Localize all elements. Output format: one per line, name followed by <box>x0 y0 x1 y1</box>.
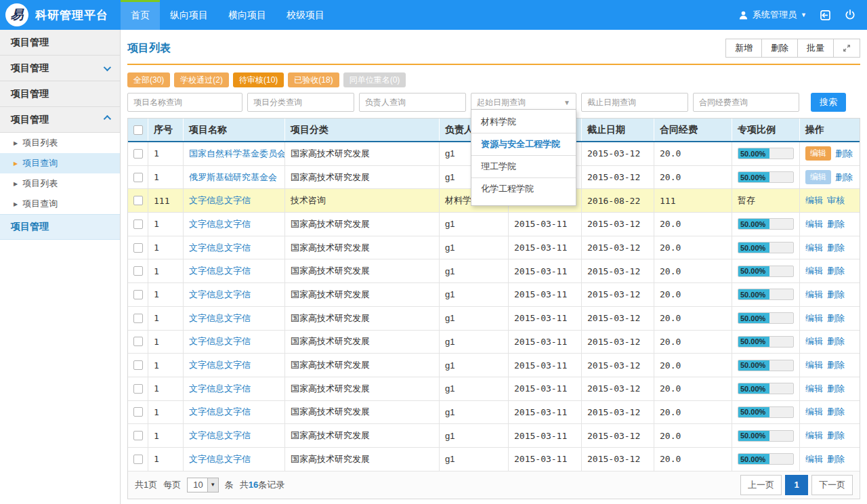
project-name-link[interactable]: 文字信息文字信 <box>189 312 251 324</box>
sidebar-group[interactable]: 项目管理 <box>0 30 120 56</box>
row-checkbox[interactable] <box>133 314 143 323</box>
delete-button[interactable]: 删除 <box>835 171 853 184</box>
select-all-checkbox[interactable] <box>133 125 143 135</box>
dropdown-option[interactable]: 资源与安全工程学院 <box>471 133 576 155</box>
sidebar-group[interactable]: 项目管理 <box>0 81 120 107</box>
delete-button[interactable]: 删除 <box>827 383 845 395</box>
edit-button[interactable]: 编辑 <box>805 383 823 395</box>
dropdown-option[interactable]: 材料学院 <box>471 111 576 133</box>
sidebar-group[interactable]: 项目管理 <box>0 214 120 240</box>
delete-button[interactable]: 删除 <box>827 289 845 301</box>
edit-button[interactable]: 编辑 <box>805 265 823 277</box>
edit-button[interactable]: 编辑 <box>805 242 823 254</box>
project-name-link[interactable]: 俄罗斯基础研究基金会 <box>189 171 277 184</box>
row-checkbox[interactable] <box>133 149 143 159</box>
start-date-cell: 2015-03-11 <box>509 354 582 377</box>
delete-button[interactable]: 删除 <box>827 453 845 465</box>
prev-page-button[interactable]: 上一页 <box>740 475 782 495</box>
edit-button[interactable]: 编辑 <box>805 429 823 442</box>
project-name-link[interactable]: 文字信息文字信 <box>189 289 251 301</box>
row-checkbox[interactable] <box>133 407 143 417</box>
top-nav-item[interactable]: 首页 <box>121 0 160 30</box>
row-checkbox[interactable] <box>133 173 143 182</box>
delete-button[interactable]: 删除 <box>827 242 845 254</box>
project-name-link[interactable]: 文字信息文字信 <box>189 406 251 418</box>
switch-account-button[interactable] <box>819 9 832 22</box>
edit-button[interactable]: 编辑 <box>805 335 823 348</box>
sidebar-group[interactable]: 项目管理 <box>0 56 120 81</box>
project-name-link[interactable]: 文字信息文字信 <box>189 218 251 230</box>
expand-button[interactable] <box>833 39 860 58</box>
project-name-link[interactable]: 文字信息文字信 <box>189 242 251 254</box>
edit-button[interactable]: 编辑 <box>805 359 823 371</box>
delete-button[interactable]: 删除 <box>827 429 845 442</box>
row-checkbox[interactable] <box>133 266 143 276</box>
edit-button[interactable]: 编辑 <box>805 289 823 301</box>
dropdown-option[interactable]: 理工学院 <box>471 155 576 177</box>
owner-input[interactable] <box>359 93 466 112</box>
delete-button[interactable]: 删除 <box>835 148 853 160</box>
row-checkbox[interactable] <box>133 337 143 346</box>
per-page-select[interactable]: 10 ▼ <box>187 478 218 492</box>
end-date-input[interactable] <box>581 93 688 112</box>
search-button[interactable]: 搜索 <box>811 93 846 112</box>
delete-button[interactable]: 删除 <box>827 265 845 277</box>
ratio-progress-bar: 50.00% <box>738 218 794 230</box>
delete-button[interactable]: 删除 <box>827 312 845 324</box>
user-menu[interactable]: 系统管理员 ▼ <box>738 9 807 21</box>
audit-button[interactable]: 审核 <box>827 194 845 207</box>
project-name-input[interactable] <box>127 93 242 112</box>
project-name-link[interactable]: 文字信息文字信 <box>189 359 251 371</box>
delete-button[interactable]: 删除 <box>827 406 845 418</box>
column-header: 项目名称 <box>184 119 285 141</box>
filter-tab[interactable]: 全部(30) <box>127 72 170 87</box>
project-name-link[interactable]: 文字信息文字信 <box>189 335 251 348</box>
row-checkbox[interactable] <box>133 290 143 299</box>
fund-input[interactable] <box>693 93 799 112</box>
row-checkbox[interactable] <box>133 360 143 370</box>
row-checkbox[interactable] <box>133 219 143 229</box>
page-1-button[interactable]: 1 <box>785 475 808 495</box>
app-logo: 易 <box>5 3 28 26</box>
edit-button[interactable]: 编辑 <box>805 218 823 230</box>
top-nav-item[interactable]: 横向项目 <box>218 0 276 30</box>
sidebar-item[interactable]: ▶项目列表 <box>0 133 120 153</box>
filter-tab[interactable]: 待审核(10) <box>233 72 284 87</box>
top-nav-item[interactable]: 纵向项目 <box>160 0 218 30</box>
dropdown-option[interactable]: 化学工程学院 <box>471 177 576 200</box>
row-checkbox[interactable] <box>133 384 143 394</box>
project-name-link[interactable]: 文字信息文字信 <box>189 453 251 465</box>
row-checkbox[interactable] <box>133 196 143 205</box>
delete-button[interactable]: 删除 <box>827 359 845 371</box>
delete-button[interactable]: 删除 <box>827 218 845 230</box>
edit-button[interactable]: 编辑 <box>805 406 823 418</box>
edit-button[interactable]: 编辑 <box>805 453 823 465</box>
edit-button[interactable]: 编辑 <box>805 312 823 324</box>
row-checkbox[interactable] <box>133 431 143 440</box>
top-nav-item[interactable]: 校级项目 <box>276 0 335 30</box>
project-name-link[interactable]: 国家自然科学基金委员会 <box>189 148 285 160</box>
project-name-link[interactable]: 文字信息文字信 <box>189 429 251 442</box>
next-page-button[interactable]: 下一页 <box>811 475 853 495</box>
filter-tab[interactable]: 已验收(18) <box>288 72 339 87</box>
edit-button[interactable]: 编辑 <box>805 194 823 207</box>
edit-button[interactable]: 编辑 <box>805 146 831 161</box>
row-checkbox[interactable] <box>133 243 143 253</box>
sidebar-group-label: 项目管理 <box>11 114 49 126</box>
row-checkbox[interactable] <box>133 455 143 464</box>
sidebar-item[interactable]: ▶项目列表 <box>0 173 120 194</box>
filter-tab[interactable]: 学校通过(2) <box>174 72 229 87</box>
delete-button[interactable]: 删除 <box>761 39 798 58</box>
sidebar-group[interactable]: 项目管理 <box>0 107 120 133</box>
project-name-link[interactable]: 文字信息文字信 <box>189 383 251 395</box>
project-name-link[interactable]: 文字信息文字信 <box>189 194 251 207</box>
project-name-link[interactable]: 文字信息文字信 <box>189 265 251 277</box>
edit-button[interactable]: 编辑 <box>805 170 831 184</box>
add-button[interactable]: 新增 <box>725 39 762 58</box>
delete-button[interactable]: 删除 <box>827 335 845 348</box>
sidebar-item[interactable]: ▶项目查询 <box>0 153 120 173</box>
project-category-input[interactable] <box>247 93 354 112</box>
sidebar-item[interactable]: ▶项目查询 <box>0 194 120 214</box>
batch-button[interactable]: 批量 <box>797 39 834 58</box>
logout-button[interactable] <box>844 9 856 21</box>
